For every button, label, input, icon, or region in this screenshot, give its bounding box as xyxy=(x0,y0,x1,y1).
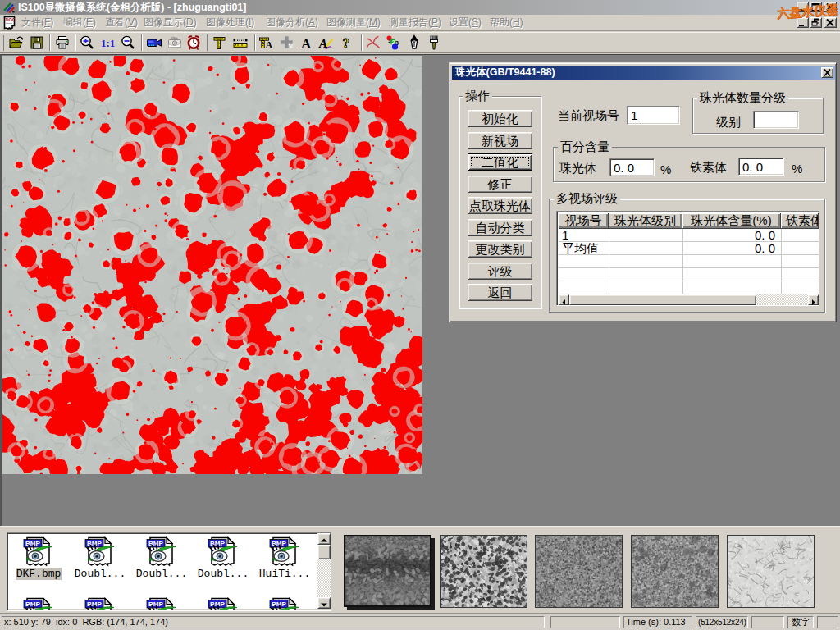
bmp-file-icon: BMP xyxy=(267,536,300,567)
toolbar-button-horizontal-ruler-icon[interactable] xyxy=(231,34,250,52)
dialog-button-6[interactable]: 自动分类 xyxy=(468,219,532,236)
bmp-file-icon: BMP xyxy=(267,596,300,611)
svg-text:DOC: DOC xyxy=(5,17,15,22)
dialog-title-bar[interactable]: 珠光体(GB/T9441-88) xyxy=(452,66,835,80)
toolbar-button-text-label-icon[interactable]: A xyxy=(297,34,317,52)
multi-field-table: 视场号珠光体级别珠光体含量(%)铁素体含量(%) 10. 0平均值0. 0 xyxy=(556,211,819,306)
multi-field-group-label: 多视场评级 xyxy=(554,192,620,205)
open-folder-icon xyxy=(8,34,25,51)
toolbar-button-timer-icon[interactable] xyxy=(184,34,203,52)
status-bar: x: 510 y: 79 idx: 0 RGB: (174, 174, 174)… xyxy=(0,613,840,630)
menu-item-e[interactable]: 编辑(E) xyxy=(63,15,96,30)
toolbar-separator xyxy=(75,34,76,51)
percent-group-label: 百分含量 xyxy=(558,140,612,153)
table-cell[interactable]: 0. 0 xyxy=(682,229,781,242)
menu-item-v[interactable]: 查看(V) xyxy=(105,15,138,30)
toolbar-button-brush-icon[interactable] xyxy=(424,34,444,52)
menu-item-h[interactable]: 帮助(H) xyxy=(490,15,523,30)
toolbar-button-move-cross-icon[interactable] xyxy=(277,34,297,52)
toolbar-separator xyxy=(207,34,208,51)
thumbnail-1[interactable] xyxy=(344,535,431,607)
pearlite-dialog: 珠光体(GB/T9441-88) 操作 初始化新视场二值化修正点取珠光体自动分类… xyxy=(449,62,837,322)
thumbnail-5[interactable] xyxy=(727,535,815,608)
toolbar-button-actual-size-icon[interactable]: 1:1 xyxy=(98,34,118,52)
toolbar-button-save-icon[interactable] xyxy=(27,34,47,52)
scroll-up-button[interactable] xyxy=(317,533,331,545)
menu-item-i[interactable]: 图像处理(I) xyxy=(206,15,254,30)
toolbar-separator xyxy=(49,34,51,51)
toolbar-button-open-folder-icon[interactable] xyxy=(7,34,26,52)
dialog-button-1[interactable]: 初始化 xyxy=(468,110,532,127)
menu-item-m[interactable]: 图像测量(M) xyxy=(326,15,381,30)
toolbar-button-zoom-in-icon[interactable] xyxy=(77,34,97,52)
toolbar-button-vertical-caliper-icon[interactable] xyxy=(210,34,230,52)
mdi-close-button[interactable] xyxy=(824,17,837,28)
menu-item-d[interactable]: 图像显示(D) xyxy=(144,15,197,30)
svg-text:A: A xyxy=(266,39,273,51)
toolbar-button-edit-text-icon[interactable]: A xyxy=(317,34,336,52)
thumbnail-2[interactable] xyxy=(440,535,527,608)
bmp-file-icon: BMP xyxy=(83,536,116,567)
dialog-title: 珠光体(GB/T9441-88) xyxy=(455,66,555,80)
dialog-close-button[interactable] xyxy=(821,67,833,78)
scroll-right-button[interactable] xyxy=(808,294,819,305)
bmp-file-icon: BMP xyxy=(206,536,239,567)
dialog-button-8[interactable]: 评级 xyxy=(468,262,532,280)
bmp-file-icon: BMP xyxy=(206,596,239,611)
toolbar-button-zoom-out-icon[interactable] xyxy=(118,34,138,52)
dialog-button-9[interactable]: 返回 xyxy=(468,284,532,301)
bmp-file-icon: BMP xyxy=(144,536,177,567)
table-column-header[interactable]: 铁素体含量(%) xyxy=(781,213,819,229)
table-column-header[interactable]: 视场号 xyxy=(559,213,609,229)
file-name: Doubl... xyxy=(133,568,190,580)
grade-input[interactable] xyxy=(753,111,799,129)
toolbar-button-print-icon[interactable] xyxy=(52,34,72,52)
pen-icon xyxy=(406,34,422,51)
toolbar-button-color-count-icon[interactable]: 123 xyxy=(383,34,403,52)
scroll-thumb[interactable] xyxy=(317,545,331,559)
help-icon: ? xyxy=(339,34,355,51)
thumbnail-3[interactable] xyxy=(535,535,623,608)
status-empty-1 xyxy=(550,616,620,628)
scroll-down-button[interactable] xyxy=(317,597,331,609)
thumbnail-4[interactable] xyxy=(631,535,719,608)
dialog-button-4[interactable]: 修正 xyxy=(468,176,532,193)
current-field-input[interactable] xyxy=(627,106,680,125)
table-body: 10. 0平均值0. 0 xyxy=(559,229,819,294)
menu-item-p[interactable]: 测量报告(P) xyxy=(389,15,441,30)
table-column-header[interactable]: 珠光体含量(%) xyxy=(682,213,781,229)
micrograph-image[interactable] xyxy=(2,56,422,474)
bottom-panel: BMPDKF.bmpBMPDoubl...BMPDoubl...BMPDoubl… xyxy=(0,526,840,614)
toolbar-button-caliper-text-icon[interactable]: A xyxy=(257,34,276,52)
text-label-icon: A xyxy=(299,34,315,51)
menu-item-s[interactable]: 设置(S) xyxy=(449,15,482,30)
toolbar-button-curve-tool-icon[interactable] xyxy=(363,34,383,52)
table-cell[interactable]: 1 xyxy=(559,229,609,242)
toolbar-button-help-icon[interactable]: ? xyxy=(337,34,357,52)
grade-label: 级别 xyxy=(716,115,741,130)
ferrite-input[interactable] xyxy=(738,158,784,176)
pearlite-input[interactable] xyxy=(609,158,655,176)
file-name: Doubl... xyxy=(71,568,129,580)
dialog-button-5[interactable]: 点取珠光体 xyxy=(468,197,532,214)
dialog-button-3[interactable]: 二值化 xyxy=(468,153,532,171)
toolbar-separator xyxy=(254,34,256,51)
table-column-header[interactable]: 珠光体级别 xyxy=(609,213,682,229)
toolbar-separator xyxy=(361,34,363,51)
horizontal-ruler-icon xyxy=(232,34,249,51)
menu-item-f[interactable]: 文件(F) xyxy=(21,15,53,30)
table-cell[interactable]: 0. 0 xyxy=(682,242,781,255)
file-list: BMPDKF.bmpBMPDoubl...BMPDoubl...BMPDoubl… xyxy=(7,532,331,611)
scroll-left-button[interactable] xyxy=(559,294,569,305)
table-cell[interactable]: 平均值 xyxy=(559,242,609,255)
table-gridline xyxy=(781,229,782,294)
menu-item-a[interactable]: 图像分析(A) xyxy=(266,15,318,30)
toolbar-button-photo-camera-icon[interactable] xyxy=(165,34,185,52)
svg-text:1:1: 1:1 xyxy=(101,37,115,49)
toolbar-button-video-camera-icon[interactable] xyxy=(144,34,164,52)
edit-text-icon: A xyxy=(318,34,335,51)
dialog-button-7[interactable]: 更改类别 xyxy=(468,240,532,258)
toolbar-button-pen-icon[interactable] xyxy=(404,34,424,52)
scroll-thumb[interactable] xyxy=(569,294,756,305)
dialog-button-2[interactable]: 新视场 xyxy=(468,132,532,149)
